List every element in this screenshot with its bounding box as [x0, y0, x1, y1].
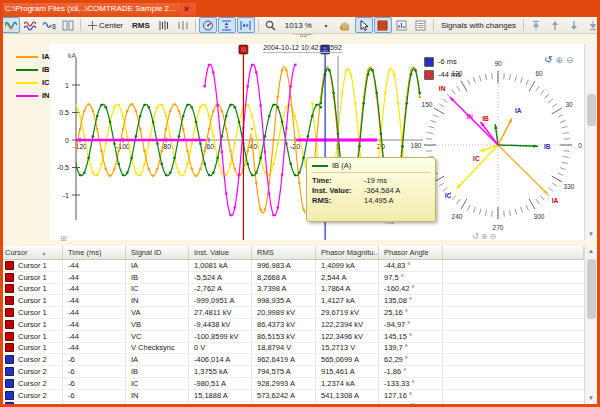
cursor-marker-icon — [5, 343, 14, 352]
tooltip-time-value: -19 ms — [364, 176, 387, 186]
table-scroll-up-icon[interactable]: ▲ — [585, 246, 597, 257]
zoom-level-dropdown[interactable]: ▾ — [317, 17, 335, 33]
cursor-marker-icon — [5, 320, 14, 329]
table-row[interactable]: Cursor 1-44IA1,0081 kA996,983 A1,4099 kA… — [0, 260, 584, 272]
digital-signals-button[interactable]: 8 — [40, 17, 58, 33]
expand-time-button[interactable] — [174, 17, 192, 33]
cell-signal-id: IA — [126, 354, 189, 365]
axis-options-icon[interactable]: ⊞ — [60, 234, 67, 243]
cell-phasor-angle: 127,16 ° — [379, 390, 443, 401]
table-scroll-down-icon[interactable]: ▼ — [585, 393, 597, 404]
zoom-level-value[interactable]: 1013 % — [281, 17, 316, 33]
cell-phasor-magnitude: 122,3496 kV — [316, 331, 379, 342]
move-up-button[interactable] — [546, 17, 564, 33]
table-row[interactable]: Cursor 2-6IB1,3755 kA794,575 A915,461 A-… — [0, 366, 584, 378]
legend-item-IN[interactable]: IN — [16, 89, 50, 102]
select-tool-button[interactable] — [355, 17, 373, 33]
table-row[interactable]: Cursor 1-44VA27,4811 kV20,9989 kV29,6719… — [0, 307, 584, 319]
cell-time: -44 — [63, 307, 126, 318]
zoom-out-small-icon[interactable]: ⊖ — [489, 232, 498, 241]
x-tick-label: -120 — [73, 143, 87, 150]
cursor-name: Cursor 2 — [18, 355, 47, 364]
layout-tile-list-button[interactable] — [412, 17, 430, 33]
table-scrollbar-thumb[interactable] — [587, 259, 596, 319]
phasor-legend-swatch — [424, 70, 434, 80]
move-last-button[interactable] — [584, 17, 600, 33]
move-first-button[interactable] — [527, 17, 545, 33]
layout-tile-chart-button[interactable] — [393, 17, 411, 33]
cell-phasor-magnitude: 1,7864 A — [316, 284, 379, 295]
table-row[interactable]: Cursor 1-44VB-9,4438 kV86,4373 kV122,239… — [0, 319, 584, 331]
fit-horizontal-button[interactable] — [237, 17, 255, 33]
zoom-tool-button[interactable] — [262, 17, 280, 33]
close-icon[interactable]: × — [180, 3, 193, 15]
table-row[interactable]: Cursor 2-6IA-406,014 A962,6419 A565,0699… — [0, 354, 584, 366]
table-row[interactable]: Cursor 1-44IN-999,0951 A998,935 A1,4127 … — [0, 295, 584, 307]
column-header-3[interactable]: Inst. Value — [189, 246, 252, 259]
cell-inst-value: -980,51 A — [189, 378, 252, 389]
cell-cursor: Cursor 2 — [0, 402, 63, 404]
column-header-0[interactable]: Cursor▲ — [0, 246, 63, 259]
table-scrollbar[interactable]: ▲ ▼ — [584, 246, 598, 404]
upper-scrollbar-thumb[interactable] — [587, 94, 596, 126]
phasor-view-button[interactable] — [199, 17, 217, 33]
y-tick-label: -1 — [63, 192, 69, 199]
cursor-name: Cursor 1 — [18, 296, 47, 305]
cell-phasor-magnitude: 2,544 A — [316, 272, 379, 283]
phasor-vector-IA-c1: IA — [498, 145, 558, 204]
cursor-arrow-icon — [359, 20, 369, 31]
cursor-name: Cursor 1 — [18, 273, 47, 282]
column-header-2[interactable]: Signal ID — [126, 246, 189, 259]
undo-zoom-icon[interactable]: ↺ — [544, 54, 552, 65]
fit-vertical-button[interactable] — [218, 17, 236, 33]
phasor-legend-item: -44 ms — [424, 68, 461, 81]
legend-item-IB[interactable]: IB — [16, 63, 50, 76]
chart-mini-toolbar: ↺⊕⊖ — [472, 232, 498, 241]
cell-rms: 573,6242 A — [252, 390, 316, 401]
upper-pane-scrollbar[interactable]: ▼ — [584, 44, 598, 240]
table-row[interactable]: Cursor 2-6IN15,1888 A573,6242 A541,1308 … — [0, 390, 584, 402]
hand-icon — [339, 20, 350, 31]
document-tab[interactable]: C:\Program Files (x8...\COMTRADE Sample … — [2, 1, 196, 17]
column-header-label: Time (ms) — [68, 248, 101, 257]
column-header-4[interactable]: RMS — [252, 246, 316, 259]
signals-filter-dropdown[interactable]: Signals with changes — [437, 17, 520, 33]
overlay-signals-button[interactable] — [21, 17, 39, 33]
analog-signals-button[interactable] — [2, 17, 20, 33]
table-row[interactable]: Cursor 1-44VC-100,8599 kV86,5153 kV122,3… — [0, 331, 584, 343]
legend-item-IA[interactable]: IA — [16, 50, 50, 63]
upper-scroll-down-icon[interactable]: ▼ — [585, 229, 597, 240]
fit-vertical-icon — [221, 20, 232, 31]
split-view-button[interactable] — [59, 17, 77, 33]
analog-wave-icon — [5, 20, 17, 31]
cell-inst-value: -999,0951 A — [189, 295, 252, 306]
cell-phasor-magnitude: 565,0699 A — [316, 354, 379, 365]
phasor-vector-label: IN — [439, 85, 446, 92]
column-header-filler — [443, 246, 584, 259]
zoom-out-icon[interactable]: ⊖ — [566, 55, 574, 65]
column-header-6[interactable]: Phasor Angle — [379, 246, 443, 259]
compress-time-button[interactable] — [155, 17, 173, 33]
column-header-1[interactable]: Time (ms) — [63, 246, 126, 259]
phasor-vector-label: IC — [445, 192, 452, 199]
table-row[interactable]: Cursor 1-44IB-5,524 A8,2668 A2,544 A97,5… — [0, 272, 584, 284]
table-row[interactable]: Cursor 1-44IC-2,762 A3,7398 A1,7864 A-16… — [0, 284, 584, 296]
cursor-values-table: Cursor▲Time (ms)Signal IDInst. ValueRMSP… — [0, 246, 584, 404]
toolbar-separator — [80, 19, 81, 31]
pan-tool-button[interactable] — [336, 17, 354, 33]
move-down-button[interactable] — [565, 17, 583, 33]
center-button[interactable]: Center — [84, 17, 127, 33]
phasor-degree-label: 90 — [494, 60, 502, 67]
cell-phasor-magnitude: 1,2374 kA — [316, 378, 379, 389]
legend-swatch-IC — [16, 82, 38, 84]
layout-tile-red-button[interactable] — [374, 17, 392, 33]
table-row[interactable]: Cursor 2-6IC-980,51 A928,2993 A1,2374 kA… — [0, 378, 584, 390]
column-header-5[interactable]: Phasor Magnitu... — [316, 246, 379, 259]
table-row[interactable]: Cursor 1-44V Checksync0 V18,8794 V15,271… — [0, 343, 584, 355]
cell-filler — [443, 319, 584, 330]
table-row[interactable]: Cursor 2-6VA-29,5085 kV21,1619 kV14,2879… — [0, 402, 584, 404]
rms-button[interactable]: RMS — [128, 17, 154, 33]
zoom-in-icon[interactable]: ⊕ — [555, 55, 563, 65]
undo-zoom-small-icon[interactable]: ↺ — [472, 232, 481, 241]
legend-item-IC[interactable]: IC — [16, 76, 50, 89]
